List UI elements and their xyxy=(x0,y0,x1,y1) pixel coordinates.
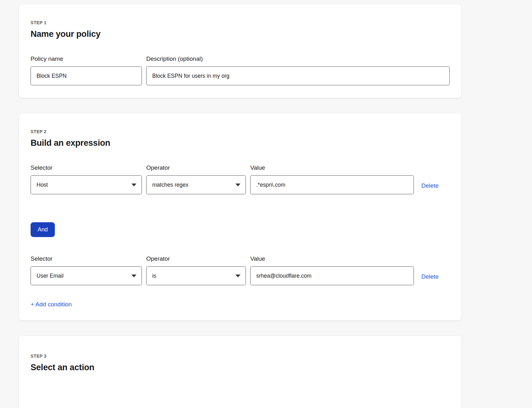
selector-value: Host xyxy=(37,182,48,188)
chevron-down-icon xyxy=(131,275,136,277)
step1-form-row: Policy name Description (optional) xyxy=(31,55,450,85)
value-field: Value xyxy=(250,255,414,285)
condition-row-2: Selector User Email Operator is Value De… xyxy=(31,255,450,285)
step2-title: Build an expression xyxy=(31,138,450,148)
delete-cell: Delete xyxy=(421,273,439,280)
description-label: Description (optional) xyxy=(146,55,450,62)
operator-field: Operator is xyxy=(146,255,246,285)
operator-dropdown[interactable]: is xyxy=(146,266,246,285)
selector-dropdown[interactable]: User Email xyxy=(31,266,142,285)
policy-builder-page: STEP 1 Name your policy Policy name Desc… xyxy=(0,0,532,408)
value-field: Value xyxy=(250,164,414,194)
operator-dropdown[interactable]: matches regex xyxy=(146,175,246,194)
delete-cell: Delete xyxy=(421,182,439,189)
operator-field: Operator matches regex xyxy=(146,164,246,194)
step3-label: STEP 3 xyxy=(31,354,450,359)
description-field: Description (optional) xyxy=(146,55,450,85)
value-input[interactable] xyxy=(250,266,414,285)
value-label: Value xyxy=(250,255,414,262)
operator-label: Operator xyxy=(146,255,246,262)
step3-card: STEP 3 Select an action xyxy=(19,336,461,408)
selector-field: Selector Host xyxy=(31,164,142,194)
step3-title: Select an action xyxy=(31,363,450,372)
policy-name-label: Policy name xyxy=(31,55,142,62)
step1-label: STEP 1 xyxy=(31,20,450,25)
policy-name-input[interactable] xyxy=(31,66,142,85)
chevron-down-icon xyxy=(235,275,240,277)
chevron-down-icon xyxy=(235,184,240,186)
description-input[interactable] xyxy=(146,66,450,85)
selector-field: Selector User Email xyxy=(31,255,142,285)
step2-label: STEP 2 xyxy=(31,129,450,134)
delete-condition-link[interactable]: Delete xyxy=(421,182,439,189)
selector-value: User Email xyxy=(37,273,64,279)
policy-name-field: Policy name xyxy=(31,55,142,85)
value-input[interactable] xyxy=(250,175,414,194)
operator-value: is xyxy=(152,273,156,279)
step2-card: STEP 2 Build an expression Selector Host… xyxy=(19,113,461,320)
condition-row-1: Selector Host Operator matches regex Val… xyxy=(31,164,450,194)
selector-label: Selector xyxy=(31,255,142,262)
operator-label: Operator xyxy=(146,164,246,171)
step1-card: STEP 1 Name your policy Policy name Desc… xyxy=(19,4,461,98)
operator-value: matches regex xyxy=(152,182,188,188)
chevron-down-icon xyxy=(131,184,136,186)
and-button[interactable]: And xyxy=(31,222,55,237)
delete-condition-link[interactable]: Delete xyxy=(421,273,439,280)
add-condition-link[interactable]: + Add condition xyxy=(31,301,72,308)
step1-title: Name your policy xyxy=(31,29,450,39)
selector-dropdown[interactable]: Host xyxy=(31,175,142,194)
value-label: Value xyxy=(250,164,414,171)
selector-label: Selector xyxy=(31,164,142,171)
